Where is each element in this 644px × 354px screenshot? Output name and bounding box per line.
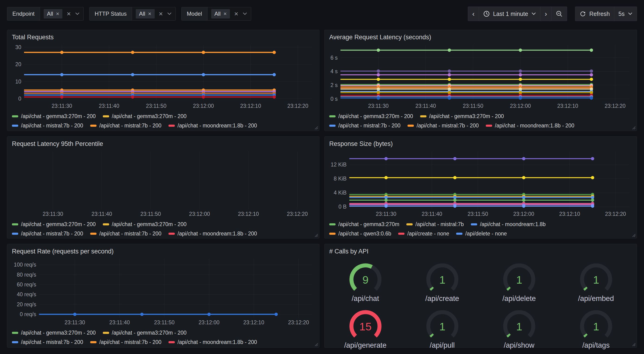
y-axis-tick-label: 8 KiB [334,176,346,182]
legend-item[interactable]: /api/chat - mistral:7b - 200 [12,123,83,129]
chevron-down-icon[interactable] [242,12,247,16]
legend-item[interactable]: /api/chat - gemma3:270m - 200 [103,113,187,120]
panel-resize-handle[interactable] [313,341,318,346]
data-point [384,204,388,208]
time-series-chart: 23:11:3023:11:4023:11:5023:12:0023:12:10… [327,149,633,218]
filter-value-chip[interactable]: All× [136,9,155,19]
legend-item[interactable]: /api/chat - gemma3:270m - 200 [12,221,96,227]
legend-item[interactable]: /api/create - none [398,231,449,237]
legend-swatch-icon [12,233,18,235]
refresh-button[interactable]: Refresh [575,7,614,21]
clear-filter-icon[interactable]: × [234,10,239,17]
legend-item[interactable]: /api/chat - gemma3:270m - 200 [103,330,187,336]
legend-item[interactable]: /api/chat - mistral:7b - 200 [90,231,162,237]
remove-value-icon[interactable]: × [224,11,227,17]
dashboard-toolbar: Endpoint All× × HTTP Status All× × Model… [0,0,644,28]
gauge-value: 1 [439,320,445,333]
data-point [131,51,134,54]
legend-item[interactable]: /api/chat - gemma3:270m - 200 [12,330,96,336]
data-point [384,157,388,160]
legend-item[interactable]: /api/chat - gemma3:270m - 200 [329,113,413,120]
legend-item[interactable]: /api/delete - none [456,231,507,237]
legend-item[interactable]: /api/chat - mistral:7b - 200 [329,123,400,129]
data-point [131,73,134,76]
x-axis-tick-label: 23:12:10 [559,211,580,217]
panel-request-latency-p95: Request Latency 95th Percentile 23:11:30… [7,136,320,238]
panel-resize-handle[interactable] [631,232,636,237]
data-point [377,78,380,81]
x-axis-tick-label: 23:11:40 [99,103,120,109]
panel-resize-handle[interactable] [313,232,318,237]
y-axis-tick-label: 0 req/s [20,311,36,317]
data-point [448,48,451,52]
panel-resize-handle[interactable] [631,341,636,346]
data-point [519,70,522,73]
data-point [202,95,205,99]
legend-item[interactable]: /api/chat - mistral:7b - 200 [90,339,162,345]
zoom-out-button[interactable] [551,7,567,21]
chevron-down-icon[interactable] [75,12,80,16]
gauge-api-create: 1/api/create [404,259,481,303]
y-axis-tick-label: 4 KiB [334,190,346,196]
legend-item[interactable]: /api/chat - gemma3:270m [329,221,399,227]
gauge-api-tags: 1/api/tags [558,306,634,349]
legend-item[interactable]: /api/chat - gemma3:270m - 200 [420,113,504,120]
gauge-value: 1 [516,320,522,333]
legend-swatch-icon [456,233,462,235]
legend-item[interactable]: /api/chat - mistral:7b - 200 [90,123,162,129]
data-point [590,70,593,73]
time-range-picker[interactable]: Last 1 minute [479,7,540,21]
legend-item[interactable]: /api/chat - mistral:7b - 200 [12,231,83,237]
refresh-interval-select[interactable]: 5s [614,7,637,21]
data-point [60,73,64,76]
filter-values: All× × [208,7,251,20]
legend-item[interactable]: /api/chat - moondream:1.8b [471,221,546,227]
remove-value-icon[interactable]: × [56,11,59,17]
legend-item[interactable]: /api/chat - gemma3:270m - 200 [12,113,96,120]
y-axis-tick-label: 0 s [330,96,338,102]
panel-title: Request Rate (requests per second) [7,244,319,256]
legend-swatch-icon [329,125,336,127]
legend-item[interactable]: /api/chat - mistral:7b [406,221,464,227]
legend-item[interactable]: /api/chat - moondream:1.8b - 200 [168,231,257,237]
time-shift-forward-button[interactable]: › [540,7,552,21]
x-axis-tick-label: 23:12:10 [240,103,261,109]
panel-request-rate: Request Rate (requests per second) 23:11… [7,244,320,348]
data-point [453,204,456,208]
legend-row: /api/chat - gemma3:270m/api/chat - mistr… [329,220,632,229]
clear-filter-icon[interactable]: × [66,10,71,17]
x-axis-tick-label: 23:12:20 [288,103,308,109]
chevron-down-icon [531,12,536,16]
refresh-label: Refresh [589,11,610,17]
panel-title: Average Request Latency (seconds) [324,30,637,42]
legend-item[interactable]: /api/chat - moondream:1.8b - 200 [486,123,574,129]
filter-value-chip[interactable]: All× [211,9,230,19]
legend-label: /api/chat - mistral:7b [416,221,464,227]
panel-resize-handle[interactable] [313,125,318,130]
legend-label: /api/chat - moondream:1.8b - 200 [178,123,257,129]
legend-swatch-icon [406,223,413,225]
legend-swatch-icon [103,223,109,225]
x-axis-tick-label: 23:11:50 [463,103,483,109]
time-shift-back-button[interactable]: ‹ [468,7,479,21]
legend-item[interactable]: /api/chat - mistral:7b - 200 [408,123,479,129]
legend-item[interactable]: /api/chat - gemma3:270m - 200 [103,221,187,227]
gauge-label: /api/embed [578,294,614,303]
data-point [519,48,522,52]
gauge-api-chat: 9/api/chat [327,259,404,303]
chevron-down-icon[interactable] [167,12,172,16]
legend-label: /api/chat - mistral:7b - 200 [99,339,162,345]
gauge-value: 1 [593,320,599,333]
panel-resize-handle[interactable] [631,125,636,130]
x-axis-tick-label: 23:12:00 [189,211,210,217]
data-point [60,51,64,54]
clear-filter-icon[interactable]: × [158,10,164,17]
remove-value-icon[interactable]: × [148,11,152,17]
legend-item[interactable]: /api/chat - qwen3:0.6b [329,231,391,237]
filter-value-chip[interactable]: All× [44,9,62,19]
data-point [384,198,388,202]
data-point [590,78,593,81]
legend-item[interactable]: /api/chat - moondream:1.8b - 200 [168,123,257,129]
legend-item[interactable]: /api/chat - moondream:1.8b - 200 [168,339,257,345]
legend-item[interactable]: /api/chat - mistral:7b - 200 [12,339,83,345]
